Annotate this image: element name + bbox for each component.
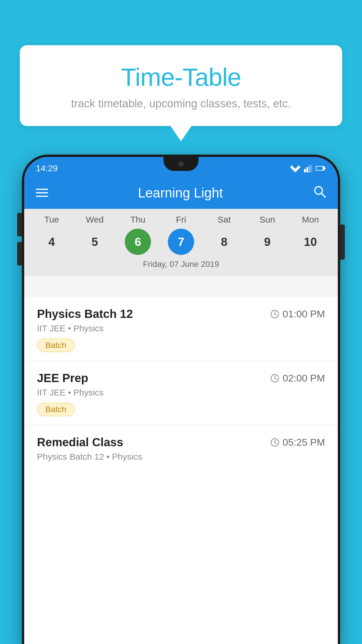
svg-line-18 — [275, 443, 277, 444]
day-header-tue: Tue — [34, 215, 69, 225]
class-list: Physics Batch 12 01:00 PM IIT JEE • Phys… — [24, 297, 338, 644]
day-6-today[interactable]: 6 — [125, 229, 151, 255]
class-item-1-header: Physics Batch 12 01:00 PM — [37, 307, 325, 321]
svg-line-15 — [275, 379, 277, 379]
app-bar: Learning Light — [24, 177, 338, 209]
signal-icon — [304, 164, 312, 172]
speech-bubble-section: Time-Table track timetable, upcoming cla… — [20, 45, 342, 141]
speech-bubble-subtitle: track timetable, upcoming classes, tests… — [43, 97, 319, 110]
day-header-wed: Wed — [77, 215, 112, 225]
time-label-1: 01:00 PM — [282, 308, 325, 320]
phone-screen: 14:29 — [24, 157, 338, 644]
class-time-2: 02:00 PM — [270, 372, 325, 384]
app-title: Learning Light — [138, 185, 223, 201]
power-button[interactable] — [340, 225, 345, 260]
day-header-mon: Mon — [293, 215, 328, 225]
svg-rect-2 — [306, 167, 308, 172]
svg-rect-3 — [309, 165, 310, 172]
svg-line-9 — [321, 193, 325, 197]
clock-icon-2 — [270, 374, 280, 383]
svg-line-12 — [275, 314, 277, 315]
menu-line-3 — [36, 196, 48, 197]
day-header-sun: Sun — [250, 215, 285, 225]
phone-frame: 14:29 — [22, 155, 340, 644]
svg-rect-7 — [316, 167, 323, 170]
time-label-2: 02:00 PM — [282, 372, 325, 384]
clock-icon-3 — [270, 438, 280, 447]
day-9[interactable]: 9 — [254, 229, 280, 255]
day-header-fri: Fri — [164, 215, 198, 225]
front-camera — [178, 161, 184, 167]
day-8[interactable]: 8 — [211, 229, 237, 255]
menu-line-1 — [36, 189, 48, 190]
speech-bubble-card: Time-Table track timetable, upcoming cla… — [20, 45, 342, 126]
menu-button[interactable] — [36, 189, 48, 197]
calendar-strip: Tue Wed Thu Fri Sat Sun Mon 4 5 6 7 8 9 … — [24, 209, 338, 276]
speech-bubble-arrow — [171, 126, 191, 141]
class-time-1: 01:00 PM — [270, 308, 325, 320]
class-details-3: Physics Batch 12 • Physics — [37, 452, 325, 462]
class-item-2-header: JEE Prep 02:00 PM — [37, 372, 325, 385]
class-name-3: Remedial Class — [37, 436, 123, 449]
class-item-3-header: Remedial Class 05:25 PM — [37, 436, 325, 449]
selected-date-label: Friday, 07 June 2019 — [24, 260, 338, 273]
batch-badge-2: Batch — [37, 403, 75, 416]
class-details-1: IIT JEE • Physics — [37, 323, 325, 333]
day-header-thu: Thu — [120, 215, 155, 225]
day-headers: Tue Wed Thu Fri Sat Sun Mon — [24, 215, 338, 225]
clock-icon-1 — [270, 309, 280, 319]
class-item-2[interactable]: JEE Prep 02:00 PM IIT JEE • Physics Batc… — [24, 361, 338, 425]
day-header-sat: Sat — [207, 215, 242, 225]
day-numbers: 4 5 6 7 8 9 10 — [24, 229, 338, 255]
class-name-2: JEE Prep — [37, 372, 88, 385]
class-time-3: 05:25 PM — [270, 437, 325, 448]
menu-line-2 — [36, 192, 48, 193]
class-item-3[interactable]: Remedial Class 05:25 PM Physics Batch 12… — [24, 425, 338, 476]
day-7-selected[interactable]: 7 — [168, 229, 194, 255]
class-details-2: IIT JEE • Physics — [37, 388, 325, 398]
day-10[interactable]: 10 — [297, 229, 324, 255]
status-time: 14:29 — [36, 160, 58, 173]
svg-rect-4 — [311, 164, 312, 172]
search-button[interactable] — [313, 185, 326, 201]
wifi-icon — [290, 164, 301, 172]
volume-up-button[interactable] — [17, 213, 22, 236]
day-5[interactable]: 5 — [82, 229, 108, 255]
day-4[interactable]: 4 — [38, 229, 65, 255]
batch-badge-1: Batch — [37, 339, 75, 352]
phone-notch — [164, 157, 198, 171]
class-name-1: Physics Batch 12 — [37, 307, 133, 321]
svg-marker-0 — [290, 165, 301, 172]
time-label-3: 05:25 PM — [282, 437, 325, 448]
status-icons — [290, 161, 326, 172]
class-item-1[interactable]: Physics Batch 12 01:00 PM IIT JEE • Phys… — [24, 297, 338, 361]
volume-down-button[interactable] — [17, 242, 22, 265]
svg-rect-6 — [324, 167, 326, 169]
svg-rect-1 — [304, 169, 306, 172]
speech-bubble-title: Time-Table — [43, 63, 319, 92]
battery-icon — [316, 165, 326, 171]
